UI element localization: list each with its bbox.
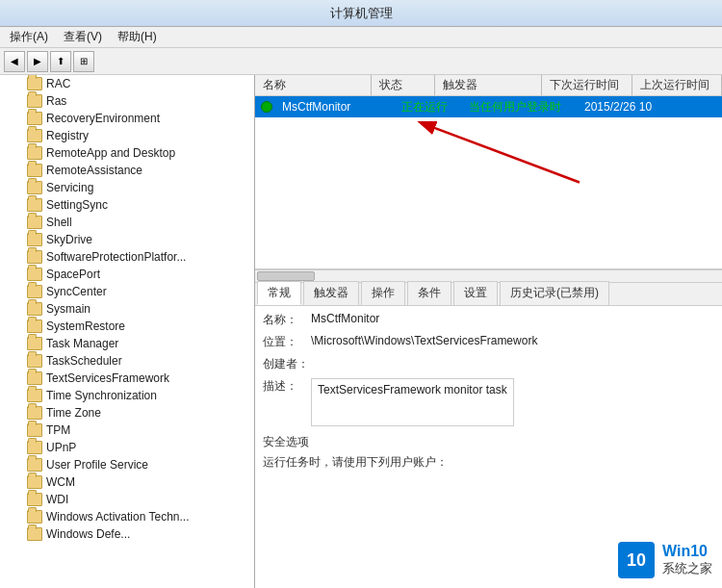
menu-view[interactable]: 查看(V)	[58, 27, 108, 47]
folder-icon	[27, 441, 42, 454]
folder-icon	[27, 94, 42, 108]
folder-icon	[27, 164, 42, 177]
folder-icon	[27, 510, 42, 524]
menu-help[interactable]: 帮助(H)	[112, 27, 163, 47]
tree-item-label: Servicing	[46, 181, 93, 194]
tree-item[interactable]: TextServicesFramework	[0, 370, 254, 387]
tree-item[interactable]: SyncCenter	[0, 283, 254, 300]
tree-item[interactable]: SettingSync	[0, 196, 254, 214]
tree-item[interactable]: RemoteAssistance	[0, 162, 254, 179]
task-list-body[interactable]: MsCtfMonitor 正在运行 当任何用户登录时 2015/2/26 10	[255, 96, 722, 269]
folder-icon	[27, 181, 42, 194]
detail-tabs: 常规触发器操作条件设置历史记录(已禁用)	[255, 283, 722, 306]
detail-name-value: MsCtfMonitor	[311, 312, 714, 328]
tree-item-label: TextServicesFramework	[46, 371, 169, 385]
title-bar: 计算机管理	[0, 0, 722, 27]
tree-item-label: Registry	[46, 129, 89, 142]
folder-icon	[27, 198, 42, 212]
tree-item[interactable]: UPnP	[0, 439, 254, 456]
folder-icon	[27, 423, 42, 437]
tree-item[interactable]: TPM	[0, 422, 254, 439]
tree-item[interactable]: Time Synchronization	[0, 387, 254, 404]
detail-desc-label: 描述：	[263, 378, 311, 426]
tree-item-label: WCM	[46, 475, 75, 489]
security-run-label: 运行任务时，请使用下列用户账户：	[263, 454, 714, 471]
tree-item-label: SystemRestore	[46, 320, 125, 333]
folder-icon	[27, 129, 42, 142]
security-section: 安全选项 运行任务时，请使用下列用户账户：	[263, 434, 714, 471]
tree-item-label: SkyDrive	[46, 233, 92, 246]
detail-tab[interactable]: 操作	[361, 281, 405, 305]
task-trigger: 当任何用户登录时	[465, 99, 580, 115]
folder-icon	[27, 250, 42, 264]
tree-item[interactable]: Registry	[0, 127, 254, 144]
folder-icon	[27, 337, 42, 350]
folder-icon	[27, 233, 42, 246]
toolbar-back-btn[interactable]: ◀	[4, 51, 25, 72]
main-layout: RACRasRecoveryEnvironmentRegistryRemoteA…	[0, 75, 722, 588]
task-name: MsCtfMonitor	[278, 100, 398, 114]
hscroll-thumb[interactable]	[257, 271, 315, 281]
tree-item-label: TaskScheduler	[46, 354, 122, 368]
tree-item[interactable]: WDI	[0, 491, 254, 508]
tree-item-label: User Profile Service	[46, 458, 148, 472]
tree-item-label: SpacePort	[46, 268, 100, 281]
window-title: 计算机管理	[330, 5, 393, 22]
col-header-name: 名称	[255, 75, 372, 95]
task-row[interactable]: MsCtfMonitor 正在运行 当任何用户登录时 2015/2/26 10	[255, 96, 722, 117]
tree-item[interactable]: TaskScheduler	[0, 352, 254, 370]
detail-location-row: 位置： \Microsoft\Windows\TextServicesFrame…	[263, 334, 714, 350]
tree-item[interactable]: SystemRestore	[0, 318, 254, 335]
tree-item-label: Windows Defe...	[46, 527, 130, 541]
tree-item[interactable]: WCM	[0, 473, 254, 491]
tree-item-label: RAC	[46, 77, 70, 90]
task-status-indicator	[259, 99, 274, 115]
detail-tab[interactable]: 设置	[453, 281, 498, 305]
folder-icon	[27, 285, 42, 298]
tree-item[interactable]: SpacePort	[0, 266, 254, 283]
tree-item[interactable]: SkyDrive	[0, 231, 254, 248]
tree-item[interactable]: Windows Activation Techn...	[0, 508, 254, 525]
watermark-line2: 系统之家	[662, 560, 712, 577]
tree-item[interactable]: Time Zone	[0, 404, 254, 422]
detail-location-label: 位置：	[263, 334, 311, 350]
detail-author-value	[311, 356, 714, 372]
tree-item[interactable]: SoftwareProtectionPlatfor...	[0, 248, 254, 266]
tree-item[interactable]: RecoveryEnvironment	[0, 110, 254, 127]
folder-icon	[27, 458, 42, 472]
tree-item-label: Time Synchronization	[46, 389, 157, 402]
folder-icon	[27, 527, 42, 541]
detail-desc-box: TextServicesFramework monitor task	[311, 378, 514, 426]
watermark: 10 Win10 系统之家	[618, 542, 712, 578]
detail-tab[interactable]: 触发器	[303, 281, 359, 305]
task-next-run: 2015/2/26 10	[580, 100, 677, 114]
tree-item-label: RemoteAssistance	[46, 164, 142, 177]
tree-item[interactable]: Sysmain	[0, 300, 254, 318]
tree-item[interactable]: User Profile Service	[0, 456, 254, 473]
tree-item[interactable]: Task Manager	[0, 335, 254, 352]
tree-item-label: TPM	[46, 423, 70, 437]
toolbar-grid-btn[interactable]: ⊞	[73, 51, 94, 72]
detail-name-label: 名称：	[263, 312, 311, 328]
detail-tab[interactable]: 常规	[257, 281, 301, 305]
col-header-status: 状态	[372, 75, 435, 95]
left-panel-tree[interactable]: RACRasRecoveryEnvironmentRegistryRemoteA…	[0, 75, 255, 588]
toolbar-up-btn[interactable]: ⬆	[50, 51, 71, 72]
tree-item[interactable]: RAC	[0, 75, 254, 92]
menu-bar: 操作(A) 查看(V) 帮助(H)	[0, 27, 722, 48]
toolbar-forward-btn[interactable]: ▶	[27, 51, 48, 72]
tree-item[interactable]: Ras	[0, 92, 254, 110]
tree-item-label: UPnP	[46, 441, 76, 454]
tree-item-label: SettingSync	[46, 198, 108, 212]
tree-item-label: SyncCenter	[46, 285, 107, 298]
tree-item[interactable]: Shell	[0, 214, 254, 231]
tree-item[interactable]: Windows Defe...	[0, 525, 254, 543]
detail-tab[interactable]: 历史记录(已禁用)	[500, 281, 609, 305]
tree-item[interactable]: RemoteApp and Desktop	[0, 144, 254, 162]
folder-icon	[27, 389, 42, 402]
task-list-header: 名称 状态 触发器 下次运行时间 上次运行时间	[255, 75, 722, 96]
tree-item-label: Task Manager	[46, 337, 118, 350]
tree-item[interactable]: Servicing	[0, 179, 254, 196]
detail-tab[interactable]: 条件	[407, 281, 451, 305]
menu-action[interactable]: 操作(A)	[4, 27, 54, 47]
